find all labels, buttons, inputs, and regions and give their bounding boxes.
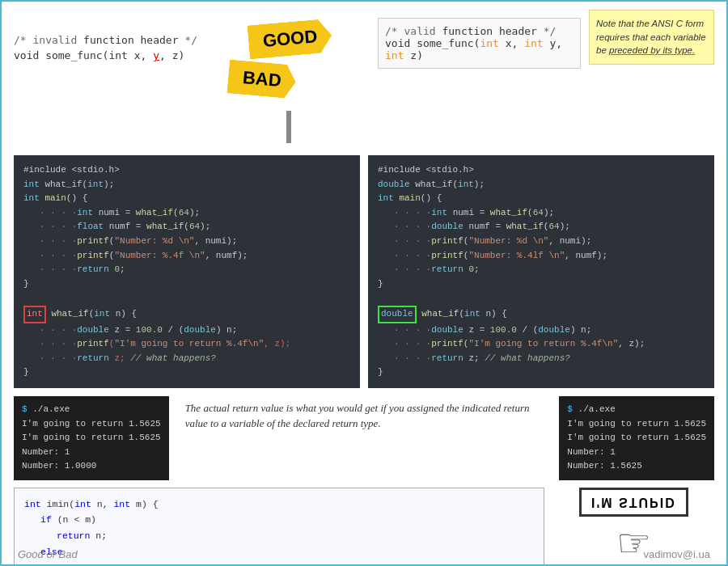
- code-line: }: [23, 277, 350, 292]
- terminal-line: Number: 1: [567, 446, 706, 460]
- sticky-note: Note that the ANSI C form requires that …: [589, 10, 714, 65]
- terminal-line: Number: 1: [22, 446, 161, 460]
- invalid-y: y: [153, 49, 159, 61]
- code-line: · · · ·return z; // what happens?: [40, 352, 350, 366]
- code-line: · · · ·float numf = what_if(64);: [40, 220, 350, 234]
- code-line: int main() {: [378, 192, 705, 206]
- code-line: }: [378, 365, 705, 380]
- code-line: · · · ·printf("Number: %.4f \n", numf);: [40, 249, 350, 264]
- invalid-code-area: /* invalid function header */ void some_…: [14, 10, 200, 61]
- sign-wrapper: GOOD BAD: [224, 18, 353, 115]
- valid-code-area: /* valid function header */ void some_fu…: [378, 10, 714, 69]
- code-line: [378, 291, 705, 306]
- stupid-text: I'M STUPID: [579, 488, 688, 517]
- terminal-line: $ ./a.exe: [22, 403, 161, 417]
- middle-section: #include <stdio.h> int what_if(int); int…: [2, 151, 726, 392]
- code-line: #include <stdio.h>: [23, 163, 350, 178]
- code-line: if (n < m): [40, 512, 534, 528]
- terminal-line: I'm going to return 1.5625: [567, 417, 706, 432]
- code-line: · · · ·printf("I'm going to return %.4f\…: [394, 337, 705, 352]
- code-line: int imin(int n, int m) {: [24, 496, 534, 513]
- bad-sign: BAD: [226, 59, 297, 99]
- code-line: · · · ·return 0;: [394, 263, 705, 277]
- valid-code-block: /* valid function header */ void some_fu…: [378, 18, 581, 69]
- code-line: [23, 291, 350, 306]
- code-line: int main() {: [23, 192, 350, 206]
- terminal-line: $ ./a.exe: [567, 403, 706, 417]
- explanation-text: The actual return value is what you woul…: [177, 396, 552, 480]
- fn-type-highlight-right: double: [378, 306, 417, 323]
- invalid-comment: /* invalid function header */: [14, 34, 200, 46]
- code-line: return n;: [57, 528, 534, 544]
- terminal-line: Number: 1.5625: [567, 459, 706, 474]
- code-line: · · · ·double z = 100.0 / (double) n;: [40, 323, 350, 338]
- code-line: · · · ·double z = 100.0 / (double) n;: [394, 323, 705, 338]
- code-line: · · · ·printf("Number: %.4lf \n", numf);: [394, 249, 705, 264]
- left-dark-code: #include <stdio.h> int what_if(int); int…: [14, 155, 360, 388]
- code-line: · · · ·int numi = what_if(64);: [40, 206, 350, 221]
- sign-pole: [286, 111, 291, 143]
- code-line: · · · ·printf("Number: %d \n", numi);: [40, 234, 350, 249]
- code-line: }: [378, 277, 705, 292]
- terminal-right: $ ./a.exe I'm going to return 1.5625 I'm…: [559, 396, 714, 480]
- code-line: return m;: [57, 560, 534, 566]
- valid-comment: /* valid function header */: [385, 25, 574, 37]
- code-line: · · · ·printf("Number: %d \n", numi);: [394, 234, 705, 249]
- fn-type-highlight-left: int: [23, 306, 46, 323]
- right-dark-code: #include <stdio.h> double what_if(int); …: [368, 155, 714, 388]
- code-line: · · · ·double numf = what_if(64);: [394, 220, 705, 234]
- code-line: · · · ·int numi = what_if(64);: [394, 206, 705, 221]
- code-line: · · · ·printf("I'm going to return %.4f\…: [40, 337, 350, 352]
- terminal-line: I'm going to return 1.5625: [22, 431, 161, 446]
- sign-area: GOOD BAD: [208, 18, 370, 143]
- terminal-left: $ ./a.exe I'm going to return 1.5625 I'm…: [14, 396, 169, 480]
- bottom-section: $ ./a.exe I'm going to return 1.5625 I'm…: [2, 392, 726, 484]
- valid-code-line: void some_func(int x, int y, int z): [385, 37, 574, 61]
- invalid-code-line: void some_func(int x, y, z): [14, 49, 200, 61]
- code-line: int what_if(int);: [23, 178, 350, 192]
- footer-email: vadimov@i.ua: [643, 548, 710, 560]
- code-line: #include <stdio.h>: [378, 163, 705, 178]
- code-line: double what_if(int);: [378, 178, 705, 192]
- top-section: /* invalid function header */ void some_…: [2, 2, 726, 151]
- code-line: · · · ·return z; // what happens?: [394, 352, 705, 366]
- code-line: double what_if(int n) {: [378, 306, 705, 323]
- terminal-line: I'm going to return 1.5625: [22, 417, 161, 432]
- footer-title: Good or Bad: [18, 548, 78, 560]
- good-sign: GOOD: [247, 19, 333, 60]
- sticky-highlight: preceded by its type.: [609, 45, 695, 55]
- code-line: }: [23, 365, 350, 380]
- terminal-line: Number: 1.0000: [22, 459, 161, 474]
- code-line: · · · ·return 0;: [40, 263, 350, 277]
- footer: Good or Bad vadimov@i.ua: [2, 548, 726, 560]
- code-line: int what_if(int n) {: [23, 306, 350, 323]
- terminal-line: I'm going to return 1.5625: [567, 431, 706, 446]
